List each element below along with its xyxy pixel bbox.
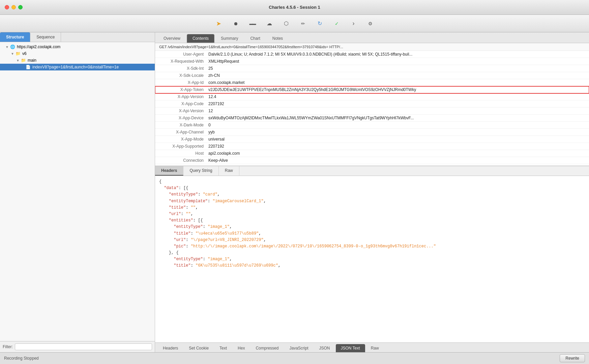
header-row: X-App-Version12.4: [155, 93, 589, 100]
header-key: X-Sdk-Int: [155, 65, 206, 72]
json-line: "pic": "http:\/\/image.coolapk.com\/imag…: [159, 243, 585, 250]
json-line: "entities": [{: [159, 217, 585, 224]
header-row: X-Api-Version12: [155, 108, 589, 115]
tab-overview[interactable]: Overview: [158, 34, 186, 43]
header-row: User-AgentDalvik/2.1.0 (Linux; U; Androi…: [155, 51, 589, 58]
file-label: indexV8?page=1&firstLaunch=0&installTime…: [32, 65, 119, 69]
tab-summary[interactable]: Summary: [215, 34, 244, 43]
arrow-tool-button[interactable]: ➤: [213, 18, 224, 29]
titlebar: Charles 4.5.6 - Session 1: [0, 0, 589, 15]
bottom-tab-javascript[interactable]: JavaScript: [284, 344, 313, 352]
header-key: X-App-Device: [155, 115, 206, 122]
close-button[interactable]: [5, 5, 9, 9]
breakpoint-button[interactable]: ☁: [264, 18, 275, 29]
more-button[interactable]: ›: [348, 18, 359, 29]
header-key: X-App-Version: [155, 93, 206, 100]
tree-item-main[interactable]: ▼ 📁 main: [0, 57, 155, 64]
throttle-button[interactable]: ▬▬: [247, 18, 258, 29]
header-value: 12: [206, 108, 589, 115]
bottom-tab-text[interactable]: Text: [214, 344, 232, 352]
bottom-tab-setcookie[interactable]: Set Cookie: [184, 344, 214, 352]
header-key: X-App-Code: [155, 100, 206, 108]
header-value: v2JDJ5JDEwJE1UWTFPVEEzTnpnMU5BL2ZmNjA3Y3…: [206, 86, 589, 93]
header-row: Accept-Encodinggzip: [155, 164, 589, 166]
file-icon: 📄: [26, 65, 31, 69]
header-row: ConnectionKeep-Alive: [155, 157, 589, 164]
header-key: X-App-Id: [155, 79, 206, 86]
header-row: X-App-Channelyyb: [155, 129, 589, 136]
checkmark-button[interactable]: ✓: [331, 18, 342, 29]
sub-tab-query-string[interactable]: Query String: [183, 166, 218, 176]
header-value: Dalvik/2.1.0 (Linux; U; Android 7.1.2; M…: [206, 51, 589, 58]
tab-notes[interactable]: Notes: [267, 34, 289, 43]
header-value: universal: [206, 136, 589, 143]
tree-item-v6[interactable]: ▼ 📁 v6: [0, 50, 155, 57]
maximize-button[interactable]: [18, 5, 23, 9]
header-key: X-Dark-Mode: [155, 122, 206, 129]
header-value: XMLHttpRequest: [206, 58, 589, 65]
hex-button[interactable]: ⬡: [281, 18, 292, 29]
refresh-button[interactable]: ↻: [315, 18, 325, 29]
main-content: Structure Sequence ▼ 🌐 https://api2.cool…: [0, 32, 589, 352]
folder-icon: 📁: [21, 58, 26, 63]
record-button[interactable]: ⏺: [230, 18, 241, 29]
tab-contents[interactable]: Contents: [187, 34, 214, 43]
sub-tabs: Headers Query String Raw: [155, 166, 589, 176]
header-value: gzip: [206, 164, 589, 166]
expand-arrow: ▼: [5, 45, 9, 49]
header-value: com.coolapk.market: [206, 79, 589, 86]
header-row: X-App-Tokenv2JDJ5JDEwJE1UWTFPVEEzTnpnMU5…: [155, 86, 589, 93]
bottom-tab-hex[interactable]: Hex: [233, 344, 250, 352]
tree-item-domain[interactable]: ▼ 🌐 https://api2.coolapk.com: [0, 43, 155, 50]
header-key: Host: [155, 150, 206, 157]
settings-button[interactable]: ⚙: [365, 18, 376, 29]
rewrite-button[interactable]: Rewrite: [560, 354, 585, 362]
header-row: Hostapi2.coolapk.com: [155, 150, 589, 157]
header-value: Keep-Alive: [206, 157, 589, 164]
bottom-tab-json-text[interactable]: JSON Text: [336, 344, 365, 352]
sidebar-tab-structure[interactable]: Structure: [0, 32, 30, 42]
sidebar-tabs: Structure Sequence: [0, 32, 155, 42]
header-value: 25: [206, 65, 589, 72]
header-key: User-Agent: [155, 51, 206, 58]
json-content: { "data": [{ "entityType": "card", "enti…: [155, 176, 589, 342]
header-value: api2.coolapk.com: [206, 150, 589, 157]
sub-tab-headers[interactable]: Headers: [155, 166, 183, 176]
domain-label: https://api2.coolapk.com: [17, 44, 60, 49]
bottom-tab-json[interactable]: JSON: [314, 344, 335, 352]
json-line: "entityType": "image_1",: [159, 224, 585, 230]
bottom-tab-compressed[interactable]: Compressed: [251, 344, 284, 352]
status-text: Recording Stopped: [4, 356, 39, 361]
toolbar: ➤ ⏺ ▬▬ ☁ ⬡ ✏ ↻ ✓ › ⚙: [0, 15, 589, 32]
header-key: X-Api-Version: [155, 108, 206, 115]
minimize-button[interactable]: [11, 5, 16, 9]
bottom-tabs: Headers Set Cookie Text Hex Compressed J…: [155, 342, 589, 352]
request-info: GET /v6/main/indexV8?page=1&firstLaunch=…: [155, 43, 589, 166]
header-key: Connection: [155, 157, 206, 164]
sidebar-tab-sequence[interactable]: Sequence: [30, 32, 61, 42]
filter-label: Filter:: [3, 344, 13, 349]
header-key: X-App-Supported: [155, 143, 206, 150]
globe-icon: 🌐: [10, 44, 15, 49]
header-value: zh-CN: [206, 72, 589, 79]
header-key: X-App-Token: [155, 86, 206, 93]
json-line: "title": "\u4eca\u65e5\u9177\u5b89",: [159, 231, 585, 237]
json-line: {: [159, 179, 585, 185]
header-key: X-Requested-With: [155, 58, 206, 65]
header-row: X-Sdk-Int25: [155, 65, 589, 72]
pencil-button[interactable]: ✏: [298, 18, 308, 29]
bottom-tab-raw[interactable]: Raw: [366, 344, 384, 352]
folder-main-label: main: [28, 58, 36, 63]
header-key: X-App-Mode: [155, 136, 206, 143]
header-row: X-App-Code2207192: [155, 100, 589, 108]
header-key: X-App-Channel: [155, 129, 206, 136]
tree-item-file[interactable]: ▶ 📄 indexV8?page=1&firstLaunch=0&install…: [0, 64, 155, 70]
bottom-tab-headers[interactable]: Headers: [158, 344, 183, 352]
filter-input[interactable]: [15, 343, 152, 350]
sidebar: Structure Sequence ▼ 🌐 https://api2.cool…: [0, 32, 155, 352]
sub-tab-raw[interactable]: Raw: [219, 166, 239, 176]
tab-chart[interactable]: Chart: [244, 34, 266, 43]
header-value: sxWduByO4MTOzAjM2lDMxcTMwlTLkxWa1JWL55WY…: [206, 115, 589, 122]
json-line: "data": [{: [159, 185, 585, 191]
filter-bar: Filter:: [0, 341, 155, 352]
